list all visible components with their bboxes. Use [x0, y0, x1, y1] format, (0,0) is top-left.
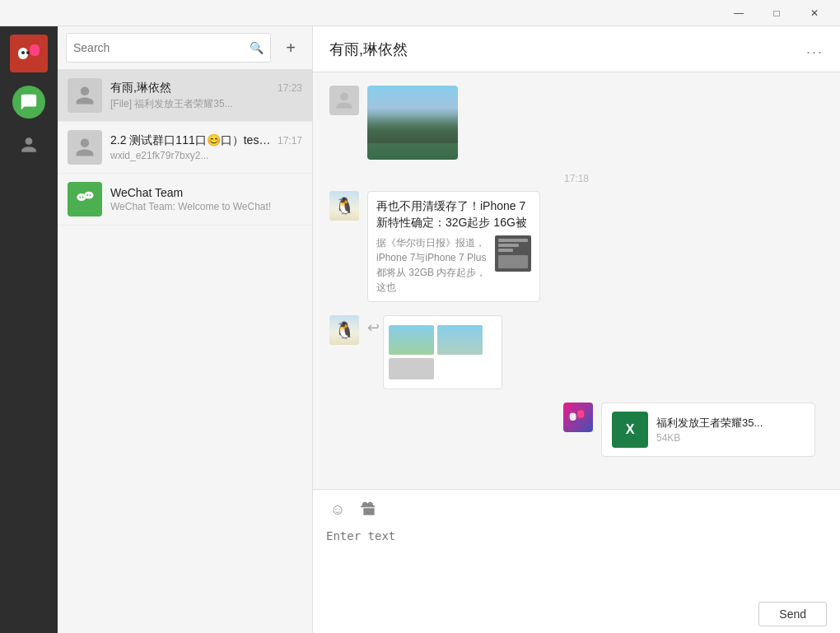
article-text: 据《华尔街日报》报道，iPhone 7与iPhone 7 Plus都将从 32G… [376, 235, 488, 295]
svg-point-7 [82, 197, 84, 198]
chat-list-item[interactable]: WeChat Team WeChat Team: Welcome to WeCh… [58, 174, 312, 226]
article-card[interactable]: 再也不用清缓存了！iPhone 7 新特性确定：32G起步 16G被 据《华尔街… [367, 191, 540, 302]
send-button[interactable]: Send [758, 602, 827, 626]
sender-avatar: 🐧 [329, 191, 359, 221]
chat-preview: wxid_e21fk79r7bxy2... [110, 150, 302, 161]
chat-preview: WeChat Team: Welcome to WeChat! [110, 201, 302, 212]
chat-time: 17:23 [278, 82, 302, 94]
close-button[interactable]: ✕ [796, 0, 833, 26]
message-content: ↩ [367, 315, 502, 389]
chat-input-area: ☺ Send [313, 489, 840, 633]
chat-nav-icon[interactable] [12, 86, 45, 119]
app-logo[interactable] [10, 35, 48, 72]
file-info: 福利发放王者荣耀35... 54KB [656, 416, 763, 444]
app-body: 🔍 + 有雨,琳依然 17:23 [File] 福利发放王者荣耀35... [0, 26, 840, 633]
message-row [329, 86, 824, 160]
message-row: 🐧 ↩ [329, 315, 824, 389]
svg-rect-11 [577, 410, 584, 418]
chat-list-panel: 🔍 + 有雨,琳依然 17:23 [File] 福利发放王者荣耀35... [58, 26, 313, 633]
chat-main: 有雨,琳依然 ... 17:18 🐧 [313, 26, 840, 633]
wechat-team-avatar [68, 182, 102, 216]
penguin-avatar: 🐧 [329, 315, 359, 345]
article-thumbnail [495, 235, 531, 272]
chat-info: WeChat Team WeChat Team: Welcome to WeCh… [110, 186, 302, 212]
chat-name: 2.2 测试群口111口😊口）test gr... [110, 133, 273, 148]
titlebar: — □ ✕ [0, 0, 840, 26]
more-options-button[interactable]: ... [806, 40, 824, 58]
chat-list: 有雨,琳依然 17:23 [File] 福利发放王者荣耀35... 2.2 测试… [58, 70, 312, 633]
input-toolbar: ☺ [326, 498, 827, 521]
search-icon: 🔍 [250, 41, 264, 54]
chat-list-item[interactable]: 有雨,琳依然 17:23 [File] 福利发放王者荣耀35... [58, 70, 312, 122]
svg-rect-10 [570, 413, 576, 421]
message-timestamp: 17:18 [329, 173, 824, 184]
avatar [68, 78, 102, 113]
chat-preview: [File] 福利发放王者荣耀35... [110, 97, 302, 111]
sender-avatar [329, 86, 359, 115]
svg-point-6 [79, 197, 81, 198]
svg-point-3 [26, 51, 30, 54]
chat-title: 有雨,琳依然 [329, 40, 408, 59]
svg-rect-1 [30, 44, 40, 56]
chat-info: 有雨,琳依然 17:23 [File] 福利发放王者荣耀35... [110, 81, 302, 111]
sender-avatar: 🐧 [329, 315, 359, 345]
minimize-button[interactable]: — [720, 0, 758, 26]
add-contact-button[interactable]: + [278, 35, 304, 61]
sidebar-icons [0, 26, 58, 633]
forwarded-card[interactable] [383, 315, 502, 389]
file-name: 福利发放王者荣耀35... [656, 416, 763, 431]
svg-point-5 [84, 192, 93, 199]
file-message[interactable]: X 福利发放王者荣耀35... 54KB [601, 403, 815, 457]
contacts-nav-icon[interactable] [12, 128, 45, 161]
search-bar: 🔍 + [58, 26, 312, 70]
message-row-sent: X 福利发放王者荣耀35... 54KB [329, 403, 824, 457]
file-size: 54KB [656, 432, 763, 444]
message-content: 再也不用清缓存了！iPhone 7 新特性确定：32G起步 16G被 据《华尔街… [367, 191, 540, 302]
emoji-button[interactable]: ☺ [326, 498, 349, 521]
svg-point-2 [21, 51, 25, 54]
svg-point-9 [90, 194, 91, 196]
message-row: 🐧 再也不用清缓存了！iPhone 7 新特性确定：32G起步 16G被 据《华… [329, 191, 824, 302]
chat-header: 有雨,琳依然 ... [313, 26, 840, 72]
avatar [68, 130, 102, 165]
file-attach-button[interactable] [357, 498, 380, 521]
input-bottom: Send [326, 595, 827, 633]
svg-point-8 [86, 194, 88, 196]
chat-info: 2.2 测试群口111口😊口）test gr... 17:17 wxid_e21… [110, 133, 302, 161]
search-input-wrap[interactable]: 🔍 [66, 33, 271, 63]
chat-list-item[interactable]: 2.2 测试群口111口😊口）test gr... 17:17 wxid_e21… [58, 122, 312, 174]
message-image [367, 86, 458, 160]
message-input[interactable] [326, 526, 827, 592]
article-title: 再也不用清缓存了！iPhone 7 新特性确定：32G起步 16G被 [376, 198, 531, 230]
penguin-avatar: 🐧 [329, 191, 359, 221]
maximize-button[interactable]: □ [758, 0, 796, 26]
sender-avatar-right [563, 403, 593, 432]
message-content [367, 86, 458, 160]
chat-name: 有雨,琳依然 [110, 81, 171, 95]
search-input[interactable] [73, 41, 250, 54]
excel-icon: X [626, 422, 635, 437]
message-content: X 福利发放王者荣耀35... 54KB [601, 403, 815, 457]
chat-messages: 17:18 🐧 再也不用清缓存了！iPhone 7 新特性确定：32G起步 16… [313, 72, 840, 489]
file-icon: X [612, 412, 648, 448]
chat-name: WeChat Team [110, 186, 183, 199]
chat-time: 17:17 [278, 135, 302, 147]
